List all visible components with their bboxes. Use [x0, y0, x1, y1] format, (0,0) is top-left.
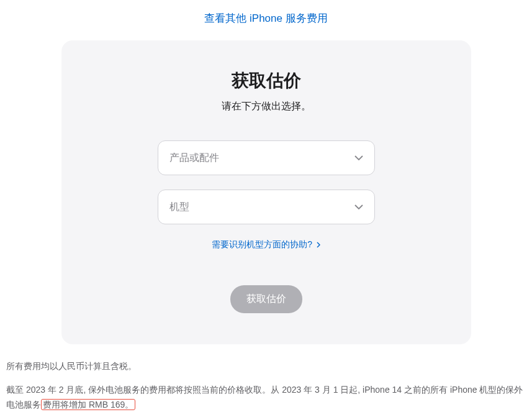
estimate-subtitle: 请在下方做出选择。 — [86, 100, 446, 113]
chevron-down-icon — [354, 204, 363, 209]
disclaimer-tax-note: 所有费用均以人民币计算且含税。 — [6, 359, 526, 374]
chevron-right-icon — [317, 242, 320, 248]
disclaimer-price-change: 截至 2023 年 2 月底, 保外电池服务的费用都将按照当前的价格收取。从 2… — [6, 383, 526, 412]
model-select-label: 机型 — [169, 201, 189, 214]
product-select[interactable]: 产品或配件 — [158, 140, 375, 175]
get-estimate-button[interactable]: 获取估价 — [230, 285, 302, 313]
other-services-link-wrap: 查看其他 iPhone 服务费用 — [0, 0, 532, 40]
highlighted-price-increase: 费用将增加 RMB 169。 — [41, 399, 135, 410]
model-select-wrap: 机型 — [158, 190, 375, 224]
help-link-text: 需要识别机型方面的协助? — [212, 239, 312, 249]
product-select-wrap: 产品或配件 — [158, 140, 375, 175]
model-select[interactable]: 机型 — [158, 190, 375, 224]
help-link-wrap: 需要识别机型方面的协助? — [86, 239, 446, 250]
identify-model-help-link[interactable]: 需要识别机型方面的协助? — [212, 239, 320, 249]
estimate-card: 获取估价 请在下方做出选择。 产品或配件 机型 需要识别机型方面的协助? 获取估… — [61, 40, 471, 344]
other-services-link[interactable]: 查看其他 iPhone 服务费用 — [204, 12, 327, 24]
disclaimer-section: 所有费用均以人民币计算且含税。 截至 2023 年 2 月底, 保外电池服务的费… — [0, 344, 532, 412]
product-select-label: 产品或配件 — [169, 152, 219, 165]
chevron-down-icon — [354, 155, 363, 160]
estimate-title: 获取估价 — [86, 69, 446, 93]
